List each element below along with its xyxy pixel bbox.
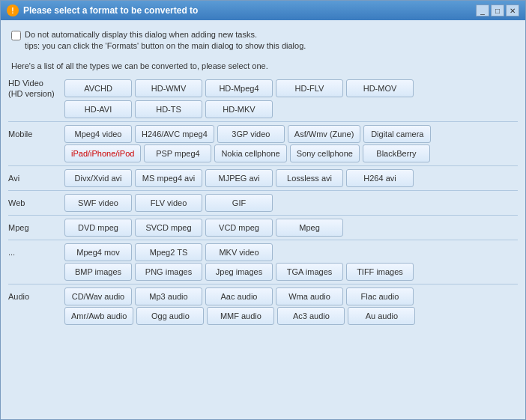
category-separator <box>8 284 518 284</box>
category-label-avi: Avi <box>8 173 64 183</box>
category-label-web: Web <box>8 198 64 208</box>
window-title: Please select a format to be converted t… <box>23 5 198 16</box>
category-separator <box>8 121 518 122</box>
format-button-dvd-mpeg[interactable]: DVD mpeg <box>64 219 132 237</box>
format-button-au-audio[interactable]: Au audio <box>348 307 415 325</box>
category-label-mobile: Mobile <box>8 129 64 139</box>
category-label-other: ... <box>8 247 64 258</box>
format-button-mpeg4-mov[interactable]: Mpeg4 mov <box>64 243 132 261</box>
maximize-button[interactable]: □ <box>491 4 504 16</box>
format-button-lossless-avi[interactable]: Lossless avi <box>276 169 343 187</box>
format-button-hd-mov[interactable]: HD-MOV <box>346 79 414 97</box>
category-audio: AudioCD/Wav audioMp3 audioAac audioWma a… <box>8 287 518 325</box>
category-separator <box>8 190 518 191</box>
format-button-digital-camera[interactable]: Digital camera <box>363 125 431 143</box>
format-button-ipad-iphone-ipod[interactable]: iPad/iPhone/iPod <box>64 144 141 162</box>
format-button-hd-mpeg4[interactable]: HD-Mpeg4 <box>205 79 273 97</box>
content-area: Do not automatically display this dialog… <box>1 20 525 419</box>
format-button-gif[interactable]: GIF <box>205 194 273 212</box>
category-buttons-avi-0: Divx/Xvid aviMS mpeg4 aviMJPEG aviLossle… <box>64 169 518 187</box>
category-buttons-hd-video-0: AVCHDHD-WMVHD-Mpeg4HD-FLVHD-MOV <box>64 79 518 97</box>
checkbox-row: Do not automatically display this dialog… <box>8 26 518 55</box>
format-button-png-images[interactable]: PNG images <box>135 263 202 281</box>
title-buttons: _ □ ✕ <box>476 4 519 16</box>
category-hd-video: HD Video (HD version)AVCHDHD-WMVHD-Mpeg4… <box>8 78 518 119</box>
format-button-nokia-cellphone[interactable]: Nokia cellphone <box>214 144 286 162</box>
format-button-sony-cellphone[interactable]: Sony cellphone <box>290 144 360 162</box>
format-button-swf-video[interactable]: SWF video <box>64 194 132 212</box>
close-button[interactable]: ✕ <box>506 4 519 16</box>
format-button-hd-avi[interactable]: HD-AVI <box>64 100 132 118</box>
window-icon: ! <box>7 4 19 16</box>
category-buttons-other-0: Mpeg4 movMpeg2 TSMKV video <box>64 243 518 261</box>
format-button-avchd[interactable]: AVCHD <box>64 79 132 97</box>
format-button-amr-awb-audio[interactable]: Amr/Awb audio <box>64 307 133 325</box>
checkbox-label: Do not automatically display this dialog… <box>25 29 306 52</box>
category-separator <box>8 240 518 240</box>
category-row-other-1: BMP imagesPNG imagesJpeg imagesTGA image… <box>8 263 518 281</box>
category-separator <box>8 165 518 166</box>
category-row-mobile-1: iPad/iPhone/iPodPSP mpeg4Nokia cellphone… <box>8 144 518 162</box>
title-bar-left: ! Please select a format to be converted… <box>7 4 198 16</box>
minimize-button[interactable]: _ <box>476 4 489 16</box>
category-web: WebSWF videoFLV videoGIF <box>8 194 518 212</box>
format-button-bmp-images[interactable]: BMP images <box>64 263 132 281</box>
main-window: ! Please select a format to be converted… <box>0 0 526 420</box>
category-buttons-other-1: BMP imagesPNG imagesJpeg imagesTGA image… <box>64 263 518 281</box>
format-button-vcd-mpeg[interactable]: VCD mpeg <box>205 219 273 237</box>
auto-display-checkbox[interactable] <box>11 31 21 40</box>
format-button-h264-avi[interactable]: H264 avi <box>346 169 414 187</box>
category-avi: AviDivx/Xvid aviMS mpeg4 aviMJPEG aviLos… <box>8 169 518 187</box>
format-button-flv-video[interactable]: FLV video <box>135 194 202 212</box>
format-button-mpeg4-video[interactable]: Mpeg4 video <box>64 125 132 143</box>
format-button-ms-mpeg4-avi[interactable]: MS mpeg4 avi <box>135 169 202 187</box>
category-other: ...Mpeg4 movMpeg2 TSMKV videoBMP imagesP… <box>8 243 518 281</box>
category-buttons-mobile-0: Mpeg4 videoH246/AVC mpeg43GP videoAsf/Wm… <box>64 125 518 143</box>
category-row-audio-0: AudioCD/Wav audioMp3 audioAac audioWma a… <box>8 287 518 305</box>
format-button-hd-mkv[interactable]: HD-MKV <box>205 100 273 118</box>
format-button-jpeg-images[interactable]: Jpeg images <box>205 263 273 281</box>
format-button-flac-audio[interactable]: Flac audio <box>346 287 414 305</box>
format-button-ac3-audio[interactable]: Ac3 audio <box>277 307 345 325</box>
format-button-blackberry[interactable]: BlackBerry <box>363 144 430 162</box>
format-button-hd-flv[interactable]: HD-FLV <box>276 79 343 97</box>
category-mobile: MobileMpeg4 videoH246/AVC mpeg43GP video… <box>8 125 518 162</box>
format-button-3gp-video[interactable]: 3GP video <box>217 125 285 143</box>
format-button-hd-wmv[interactable]: HD-WMV <box>135 79 202 97</box>
format-button-hd-ts[interactable]: HD-TS <box>135 100 202 118</box>
format-button-psp-mpeg4[interactable]: PSP mpeg4 <box>144 144 211 162</box>
format-button-h246-avc-mpeg4[interactable]: H246/AVC mpeg4 <box>135 125 214 143</box>
category-buttons-web-0: SWF videoFLV videoGIF <box>64 194 518 212</box>
category-row-hd-video-1: HD-AVIHD-TSHD-MKV <box>8 100 518 118</box>
format-button-divx-xvid-avi[interactable]: Divx/Xvid avi <box>64 169 132 187</box>
format-button-mp3-audio[interactable]: Mp3 audio <box>135 287 202 305</box>
format-button-tiff-images[interactable]: TIFF images <box>346 263 414 281</box>
format-button-mkv-video[interactable]: MKV video <box>205 243 273 261</box>
format-button-mpeg2-ts[interactable]: Mpeg2 TS <box>135 243 202 261</box>
format-button-cd-wav-audio[interactable]: CD/Wav audio <box>64 287 132 305</box>
category-buttons-mpeg-0: DVD mpegSVCD mpegVCD mpegMpeg <box>64 219 518 237</box>
format-button-svcd-mpeg[interactable]: SVCD mpeg <box>135 219 202 237</box>
format-button-mmf-audio[interactable]: MMF audio <box>207 307 274 325</box>
category-buttons-audio-1: Amr/Awb audioOgg audioMMF audioAc3 audio… <box>64 307 518 325</box>
category-row-web-0: WebSWF videoFLV videoGIF <box>8 194 518 212</box>
category-label-hd-video: HD Video (HD version) <box>8 78 64 100</box>
category-buttons-audio-0: CD/Wav audioMp3 audioAac audioWma audioF… <box>64 287 518 305</box>
category-label-audio: Audio <box>8 291 64 302</box>
title-bar: ! Please select a format to be converted… <box>1 1 525 20</box>
format-button-asf-wmv--zune-[interactable]: Asf/Wmv (Zune) <box>288 125 360 143</box>
category-row-other-0: ...Mpeg4 movMpeg2 TSMKV video <box>8 243 518 261</box>
category-row-audio-1: Amr/Awb audioOgg audioMMF audioAc3 audio… <box>8 307 518 325</box>
format-button-mpeg[interactable]: Mpeg <box>276 219 343 237</box>
format-button-mjpeg-avi[interactable]: MJPEG avi <box>205 169 273 187</box>
category-row-avi-0: AviDivx/Xvid aviMS mpeg4 aviMJPEG aviLos… <box>8 169 518 187</box>
format-button-ogg-audio[interactable]: Ogg audio <box>136 307 204 325</box>
format-button-aac-audio[interactable]: Aac audio <box>205 287 273 305</box>
format-button-wma-audio[interactable]: Wma audio <box>276 287 343 305</box>
format-button-tga-images[interactable]: TGA images <box>276 263 343 281</box>
hint-text: Here's a list of all the types we can be… <box>8 61 518 70</box>
category-buttons-mobile-1: iPad/iPhone/iPodPSP mpeg4Nokia cellphone… <box>64 144 518 162</box>
category-row-hd-video-0: HD Video (HD version)AVCHDHD-WMVHD-Mpeg4… <box>8 78 518 100</box>
category-row-mpeg-0: MpegDVD mpegSVCD mpegVCD mpegMpeg <box>8 219 518 237</box>
category-buttons-hd-video-1: HD-AVIHD-TSHD-MKV <box>64 100 518 118</box>
